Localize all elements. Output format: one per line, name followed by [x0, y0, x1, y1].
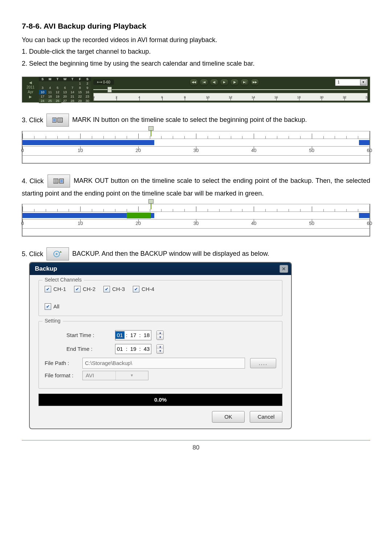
- chevron-down-icon[interactable]: ▼: [115, 371, 148, 380]
- coarse-slider[interactable]: [93, 88, 368, 92]
- calendar-day[interactable]: 27: [61, 99, 69, 103]
- spinner-down-icon[interactable]: ▼: [157, 349, 163, 353]
- dialog-title-text: Backup: [35, 265, 57, 272]
- svg-point-13: [56, 253, 58, 255]
- ruler-label: 8: [184, 95, 186, 99]
- checkbox-all-label: All: [53, 303, 60, 309]
- backup-button[interactable]: [46, 247, 69, 260]
- end-second[interactable]: 43: [142, 345, 151, 353]
- ruler-label: 18: [297, 95, 301, 99]
- calendar-day[interactable]: 6: [61, 86, 69, 90]
- timeline-label: 40: [251, 148, 256, 153]
- calendar-day[interactable]: 16: [83, 90, 91, 94]
- calendar-dow: F: [76, 77, 84, 81]
- mark-in-button[interactable]: [46, 114, 69, 127]
- playhead[interactable]: [148, 126, 154, 136]
- year-month-switcher[interactable]: ◀ 2011 Apr ▶: [22, 77, 39, 102]
- calendar-day[interactable]: 9: [83, 86, 91, 90]
- cancel-button[interactable]: Cancel: [250, 411, 282, 423]
- end-hour[interactable]: 01: [115, 345, 124, 353]
- spinner-down-icon[interactable]: ▼: [157, 335, 163, 340]
- calendar-day: [46, 81, 54, 86]
- end-minute[interactable]: 19: [129, 345, 138, 353]
- chevron-down-icon[interactable]: ▼: [360, 79, 367, 85]
- calendar-day[interactable]: 3: [39, 86, 46, 90]
- skip-start-button[interactable]: |◀: [200, 79, 208, 86]
- calendar-day: [39, 81, 46, 86]
- calendar-day[interactable]: 23: [83, 94, 91, 99]
- file-format-select[interactable]: AVI ▼: [82, 371, 148, 380]
- checkbox-channel[interactable]: ✔CH-1: [45, 286, 66, 292]
- calendar-day[interactable]: 5: [54, 86, 61, 90]
- calendar-grid[interactable]: SMTWTFS123456789101112131415161718192021…: [39, 77, 91, 102]
- calendar-day[interactable]: 17: [39, 94, 46, 99]
- calendar-day[interactable]: 28: [69, 99, 76, 103]
- calendar-day[interactable]: 22: [76, 94, 84, 99]
- svg-rect-11: [60, 180, 63, 182]
- start-minute[interactable]: 17: [129, 331, 138, 339]
- calendar-day[interactable]: 26: [54, 99, 61, 103]
- start-time-spinner[interactable]: ▲ ▼: [156, 331, 164, 340]
- timeline-figure-2: 0102030405060: [22, 204, 370, 237]
- rewind-fast-button[interactable]: ◀◀: [189, 79, 198, 86]
- timeline-label: 20: [135, 221, 140, 226]
- timeline-label: 50: [309, 148, 314, 153]
- playhead[interactable]: [148, 199, 154, 209]
- calendar-dow: T: [54, 77, 61, 81]
- calendar-day[interactable]: 1: [76, 81, 84, 86]
- calendar-day: [69, 81, 76, 86]
- file-format-label: File format :: [45, 372, 77, 378]
- play-button[interactable]: ▶: [220, 79, 229, 86]
- close-icon: ✕: [282, 266, 286, 272]
- next-year-icon[interactable]: ▶: [29, 95, 32, 99]
- browse-button[interactable]: ....: [250, 358, 276, 368]
- calendar-day[interactable]: 25: [46, 99, 54, 103]
- end-time-spinner[interactable]: ▲ ▼: [156, 344, 164, 354]
- calendar-timeline-panel: ◀ 2011 Apr ▶ SMTWTFS12345678910111213141…: [22, 77, 370, 103]
- spinner-up-icon[interactable]: ▲: [157, 331, 163, 335]
- calendar-day[interactable]: 13: [61, 90, 69, 94]
- calendar-day[interactable]: 24: [39, 99, 46, 103]
- calendar-day[interactable]: 21: [69, 94, 76, 99]
- step-forward-button[interactable]: |▶: [230, 79, 239, 86]
- checkbox-channel[interactable]: ✔CH-2: [74, 286, 95, 292]
- checkbox-icon: ✔: [103, 286, 110, 292]
- timeline-figure-1: 0102030405060: [22, 131, 370, 164]
- calendar-day[interactable]: 18: [46, 94, 54, 99]
- forward-fast-button[interactable]: ▶▶: [250, 79, 259, 86]
- checkbox-channel[interactable]: ✔CH-3: [103, 286, 125, 292]
- ruler-label: 20: [320, 95, 323, 99]
- end-time-field[interactable]: 01 : 19 : 43: [115, 344, 151, 354]
- calendar-day[interactable]: 29: [76, 99, 84, 103]
- calendar-day[interactable]: 7: [69, 86, 76, 90]
- step-back-button[interactable]: ◀|: [210, 79, 219, 86]
- mark-out-button[interactable]: [48, 175, 70, 188]
- start-hour[interactable]: 01: [115, 331, 124, 339]
- zoom-range-pill[interactable]: ⟷ 0-60: [93, 79, 114, 85]
- ok-button[interactable]: OK: [212, 411, 245, 423]
- close-button[interactable]: ✕: [279, 265, 288, 273]
- calendar-day[interactable]: 11: [46, 90, 54, 94]
- calendar-day[interactable]: 30: [83, 99, 91, 103]
- skip-end-button[interactable]: ▶|: [240, 79, 249, 86]
- channel-select[interactable]: 1 ▼: [335, 79, 368, 86]
- calendar-day[interactable]: 2: [83, 81, 91, 86]
- calendar-day[interactable]: 4: [46, 86, 54, 90]
- calendar-day[interactable]: 12: [54, 90, 61, 94]
- start-time-field[interactable]: 01 : 17 : 18: [115, 330, 151, 340]
- spinner-up-icon[interactable]: ▲: [157, 345, 163, 349]
- calendar-dow: W: [61, 77, 69, 81]
- start-second[interactable]: 18: [142, 331, 151, 339]
- prev-year-icon[interactable]: ◀: [29, 81, 32, 85]
- checkbox-channel[interactable]: ✔CH-4: [133, 286, 154, 292]
- calendar-day[interactable]: 14: [69, 90, 76, 94]
- checkbox-icon: ✔: [133, 286, 139, 292]
- calendar-day[interactable]: 19: [54, 94, 61, 99]
- calendar-day[interactable]: 20: [61, 94, 69, 99]
- calendar-day[interactable]: 15: [76, 90, 84, 94]
- checkbox-all[interactable]: ✔ All: [45, 303, 268, 310]
- timeline-label: 0: [21, 221, 24, 226]
- calendar-day[interactable]: 8: [76, 86, 84, 90]
- calendar-day[interactable]: 10: [39, 90, 46, 94]
- checkbox-label: CH-4: [142, 286, 154, 292]
